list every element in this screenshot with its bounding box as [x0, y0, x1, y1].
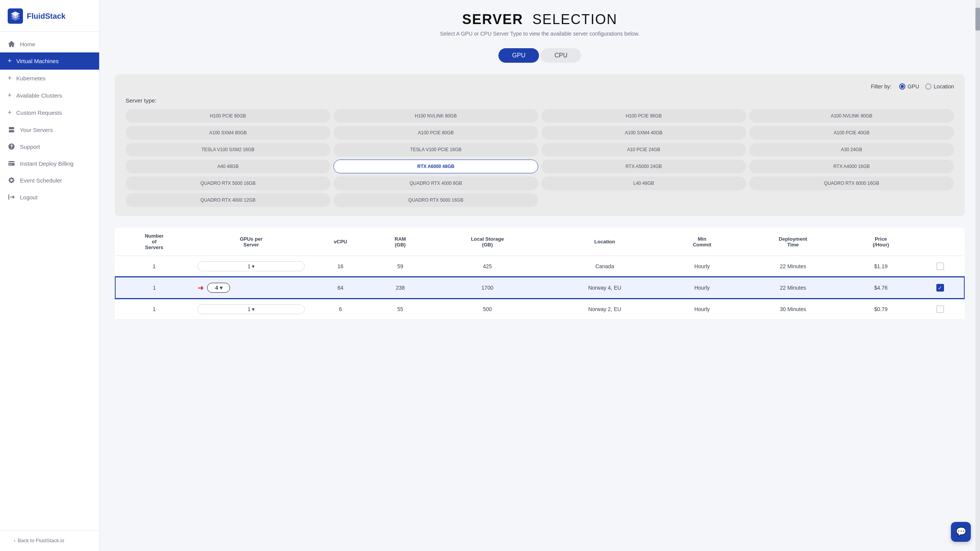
- back-to-fluidstack-link[interactable]: ‹ Back to FluidStack.io: [0, 535, 99, 543]
- server-type-tesla-v100-pcie[interactable]: TESLA V100 PCIE 16GB: [333, 143, 538, 156]
- main-content: SERVER SELECTION Select A GPU or CPU Ser…: [100, 0, 980, 551]
- cell-min-commit-1: Hourly: [663, 256, 740, 277]
- cell-storage-2: 1700: [429, 277, 546, 298]
- gpu-select-1[interactable]: 1 ▾: [198, 261, 304, 271]
- cell-vcpu-3: 6: [309, 298, 372, 320]
- logo-area: FluidStack: [0, 0, 99, 32]
- server-type-a100-sxm4-80[interactable]: A100 SXM4 80GB: [126, 126, 330, 140]
- server-type-a100-sxm4-40[interactable]: A100 SXM4 40GB: [541, 126, 746, 140]
- gpu-toggle-button[interactable]: GPU: [498, 48, 539, 63]
- page-title-bold: SERVER: [462, 11, 523, 27]
- cell-min-commit-3: Hourly: [663, 298, 740, 320]
- table-row: 1 1 ▾ 16 59 425 Canada Hourly 22 Minutes…: [115, 256, 964, 277]
- sidebar-item-billing[interactable]: Instant Deploy Billing: [0, 155, 99, 172]
- gpu-filter-label: GPU: [908, 83, 919, 90]
- sidebar-item-logout[interactable]: Logout: [0, 189, 99, 205]
- table-row: 1 1 ▾ 6 55 500 Norway 2, EU Hourly 30 Mi…: [115, 298, 964, 320]
- filter-options: GPU Location: [899, 83, 954, 90]
- sidebar: FluidStack Home + Virtual Machines + Kub…: [0, 0, 100, 551]
- gpu-select-3[interactable]: 1 ▾: [198, 304, 304, 314]
- cell-vcpu-1: 16: [309, 256, 372, 277]
- row-checkbox-2[interactable]: ✓: [936, 284, 944, 292]
- server-type-h100-nvlink-80[interactable]: H100 NVLINK 80GB: [333, 109, 538, 123]
- sidebar-item-cluster-label: Available Clusters: [16, 92, 62, 99]
- cell-location-2: Norway 4, EU: [546, 277, 663, 298]
- cpu-toggle-button[interactable]: CPU: [541, 48, 581, 63]
- server-type-a100-nvlink-80[interactable]: A100 NVLINK 80GB: [749, 109, 954, 123]
- table-header: NumberofServers GPUs perServer vCPU RAM(…: [115, 228, 964, 256]
- gpu-radio[interactable]: [899, 83, 905, 90]
- cell-select-3: [916, 298, 964, 320]
- sidebar-item-available-clusters[interactable]: + Available Clusters: [0, 87, 99, 104]
- cell-select-2: ✓: [916, 277, 964, 298]
- scrollbar-track[interactable]: [975, 0, 980, 551]
- cell-storage-3: 500: [429, 298, 546, 320]
- logout-icon: [8, 193, 15, 201]
- servers-table-wrapper: NumberofServers GPUs perServer vCPU RAM(…: [115, 228, 965, 320]
- sidebar-item-billing-label: Instant Deploy Billing: [20, 160, 74, 167]
- server-type-quadro-rtx-6000[interactable]: QUADRO RTX 6000 16GB: [749, 176, 954, 190]
- server-type-quadro-rtx-5000[interactable]: QUADRO RTX 5000 16GB: [126, 176, 330, 190]
- server-type-h100-pcie-96[interactable]: H100 PCIE 96GB: [541, 109, 746, 123]
- cell-price-1: $1.19: [845, 256, 916, 277]
- server-type-rtx-a5000[interactable]: RTX A5000 24GB: [541, 160, 746, 173]
- gpu-value-3: 1: [248, 306, 251, 312]
- sidebar-item-custom-requests[interactable]: + Custom Requests: [0, 104, 99, 121]
- cell-price-3: $0.79: [845, 298, 916, 320]
- server-type-rtx-a6000[interactable]: RTX A6000 48GB: [333, 160, 538, 173]
- server-type-quadro-rtx-5000-16[interactable]: QUADRO RTX 5000 16GB: [333, 193, 538, 207]
- sidebar-footer: ‹ Back to FluidStack.io: [0, 530, 99, 551]
- filter-panel: Filter by: GPU Location Server type: H10…: [115, 74, 965, 216]
- server-type-a40[interactable]: A40 48GB: [126, 160, 330, 173]
- filter-option-location[interactable]: Location: [925, 83, 954, 90]
- th-ram: RAM(GB): [372, 228, 429, 256]
- server-type-a100-pcie-80[interactable]: A100 PCIE 80GB: [333, 126, 538, 140]
- cell-deploy-time-1: 22 Minutes: [741, 256, 846, 277]
- th-vcpu: vCPU: [309, 228, 372, 256]
- filter-option-gpu[interactable]: GPU: [899, 83, 919, 90]
- row-checkbox-3[interactable]: [936, 305, 944, 313]
- gpu-value-1: 1: [248, 263, 251, 269]
- cell-ram-2: 238: [372, 277, 429, 298]
- fluidstack-logo-icon: [8, 8, 23, 24]
- sidebar-nav: Home + Virtual Machines + Kubernetes + A…: [0, 32, 99, 530]
- plus-icon-vm: +: [8, 57, 12, 65]
- server-type-a10-pcie[interactable]: A10 PCIE 24GB: [541, 143, 746, 156]
- chat-bubble-button[interactable]: 💬: [951, 522, 971, 542]
- home-icon: [8, 40, 15, 48]
- cell-min-commit-2: Hourly: [663, 277, 740, 298]
- cell-location-3: Norway 2, EU: [546, 298, 663, 320]
- sidebar-item-scheduler[interactable]: Event Scheduler: [0, 172, 99, 189]
- row-checkbox-1[interactable]: [936, 262, 944, 270]
- server-icon: [8, 126, 15, 134]
- server-type-quadro-rtx-4000-8[interactable]: QUADRO RTX 4000 8GB: [333, 176, 538, 190]
- server-type-quadro-rtx-4000-12[interactable]: QUADRO RTX 4000 12GB: [126, 193, 330, 207]
- cell-vcpu-2: 64: [309, 277, 372, 298]
- server-type-tesla-v100-sxm2[interactable]: TESLA V100 SXM2 16GB: [126, 143, 330, 156]
- th-num-servers: NumberofServers: [115, 228, 193, 256]
- server-type-h100-pcie-80[interactable]: H100 PCIE 80GB: [126, 109, 330, 123]
- cell-deploy-time-3: 30 Minutes: [741, 298, 846, 320]
- table-body: 1 1 ▾ 16 59 425 Canada Hourly 22 Minutes…: [115, 256, 964, 320]
- server-type-l40[interactable]: L40 48GB: [541, 176, 746, 190]
- gpu-dropdown-icon-1: ▾: [252, 263, 255, 269]
- server-type-label: Server type:: [126, 97, 954, 104]
- cell-select-1: [916, 256, 964, 277]
- sidebar-item-home[interactable]: Home: [0, 36, 99, 52]
- scrollbar-thumb[interactable]: [975, 8, 980, 31]
- gpu-select-2[interactable]: 4 ▾: [207, 283, 230, 293]
- sidebar-item-support[interactable]: Support: [0, 138, 99, 155]
- sidebar-item-vm-label: Virtual Machines: [16, 58, 59, 64]
- sidebar-item-kubernetes[interactable]: + Kubernetes: [0, 70, 99, 87]
- back-link-text: Back to FluidStack.io: [18, 538, 64, 543]
- cell-num-servers-3: 1: [115, 298, 193, 320]
- sidebar-item-virtual-machines[interactable]: + Virtual Machines: [0, 52, 99, 70]
- server-type-a100-pcie-40[interactable]: A100 PCIE 40GB: [749, 126, 954, 140]
- server-type-a30[interactable]: A30 24GB: [749, 143, 954, 156]
- sidebar-item-your-servers[interactable]: Your Servers: [0, 121, 99, 138]
- server-type-rtx-a4000[interactable]: RTX A4000 16GB: [749, 160, 954, 173]
- location-filter-label: Location: [934, 83, 954, 90]
- servers-table: NumberofServers GPUs perServer vCPU RAM(…: [115, 228, 965, 320]
- location-radio[interactable]: [925, 83, 931, 90]
- sidebar-item-k8s-label: Kubernetes: [16, 75, 46, 82]
